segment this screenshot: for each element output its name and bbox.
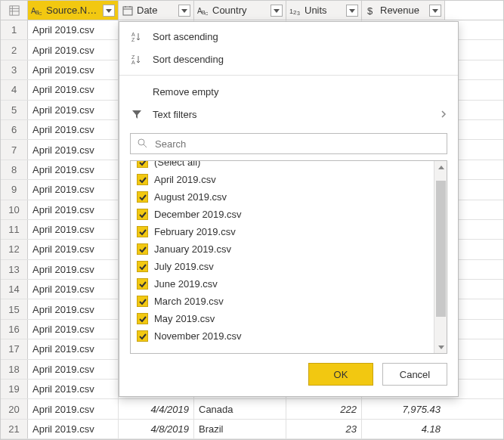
filter-value-item[interactable]: April 2019.csv (131, 171, 433, 188)
column-filter-dropdown[interactable] (429, 5, 441, 17)
cell-source[interactable]: April 2019.csv (28, 240, 119, 259)
cell-country[interactable]: Brazil (194, 420, 286, 438)
column-header-country[interactable]: ABC Country (194, 1, 286, 20)
cell-source[interactable]: April 2019.csv (28, 260, 119, 279)
filter-values-list: (Select all)April 2019.csvAugust 2019.cs… (130, 160, 447, 354)
filter-value-item[interactable]: January 2019.csv (131, 240, 433, 258)
cell-source[interactable]: April 2019.csv (28, 220, 119, 239)
checkbox-checked-icon[interactable] (137, 296, 148, 307)
cell-source[interactable]: April 2019.csv (28, 80, 119, 99)
filter-value-item[interactable]: July 2019.csv (131, 258, 433, 275)
filter-value-item[interactable]: August 2019.csv (131, 188, 433, 206)
svg-text:A: A (131, 60, 135, 64)
cell-source[interactable]: April 2019.csv (28, 399, 119, 418)
table-row[interactable]: 21April 2019.csv4/8/2019Brazil234.18 (1, 420, 503, 439)
integer-type-icon: 123 (289, 5, 301, 17)
scroll-down-icon[interactable] (434, 340, 447, 353)
svg-text:C: C (205, 11, 209, 16)
cell-date[interactable]: 4/8/2019 (119, 420, 194, 438)
row-number: 13 (1, 260, 28, 279)
filter-value-item[interactable]: February 2019.csv (131, 223, 433, 240)
cell-source[interactable]: April 2019.csv (28, 380, 119, 398)
column-filter-dropdown[interactable] (103, 5, 115, 17)
column-header-units[interactable]: 123 Units (286, 1, 362, 20)
cell-source[interactable]: April 2019.csv (28, 140, 119, 159)
filter-value-label: August 2019.csv (154, 191, 227, 203)
checkbox-checked-icon[interactable] (137, 226, 148, 237)
row-number: 4 (1, 80, 28, 99)
filter-value-item[interactable]: March 2019.csv (131, 293, 433, 310)
cell-source[interactable]: April 2019.csv (28, 420, 119, 438)
cell-source[interactable]: April 2019.csv (28, 299, 119, 318)
filter-value-label: January 2019.csv (154, 243, 231, 255)
column-label: Revenue (380, 5, 426, 16)
cell-source[interactable]: April 2019.csv (28, 339, 119, 358)
column-header-date[interactable]: Date (119, 1, 194, 20)
sort-ascending-item[interactable]: AZ Sort ascending (119, 25, 458, 48)
scrollbar[interactable] (434, 161, 447, 353)
checkbox-checked-icon[interactable] (137, 330, 148, 342)
cell-source[interactable]: April 2019.csv (28, 280, 119, 299)
column-header-revenue[interactable]: $ Revenue (362, 1, 445, 20)
cell-source[interactable]: April 2019.csv (28, 360, 119, 379)
row-number: 10 (1, 200, 28, 219)
checkbox-checked-icon[interactable] (137, 209, 148, 220)
filter-icon (130, 109, 144, 119)
column-filter-dropdown[interactable] (271, 5, 283, 17)
sort-ascending-icon: AZ (130, 31, 144, 42)
cancel-button[interactable]: Cancel (382, 363, 447, 386)
filter-value-item[interactable]: December 2019.csv (131, 206, 433, 223)
cell-units[interactable]: 222 (286, 399, 362, 418)
filter-value-item[interactable]: June 2019.csv (131, 275, 433, 293)
cell-source[interactable]: April 2019.csv (28, 120, 119, 139)
table-corner-icon[interactable] (1, 1, 28, 20)
sort-descending-item[interactable]: ZA Sort descending (119, 48, 458, 70)
checkbox-checked-icon[interactable] (137, 243, 148, 255)
scroll-up-icon[interactable] (434, 161, 447, 174)
cell-units[interactable]: 23 (286, 420, 362, 438)
scroll-thumb[interactable] (436, 181, 446, 317)
filter-value-item[interactable]: May 2019.csv (131, 310, 433, 327)
checkbox-checked-icon[interactable] (137, 261, 148, 272)
checkbox-checked-icon[interactable] (137, 313, 148, 324)
filter-search-box[interactable] (130, 133, 447, 154)
cell-source[interactable]: April 2019.csv (28, 20, 119, 39)
row-number: 11 (1, 220, 28, 239)
filter-search-input[interactable] (153, 138, 441, 150)
cell-source[interactable]: April 2019.csv (28, 40, 119, 59)
column-header-source-name[interactable]: ABC Source.Name (28, 1, 119, 20)
column-filter-dropdown[interactable] (346, 5, 358, 17)
row-number: 2 (1, 40, 28, 59)
svg-text:Z: Z (131, 37, 135, 42)
row-number: 6 (1, 120, 28, 139)
cell-source[interactable]: April 2019.csv (28, 60, 119, 79)
row-number: 9 (1, 180, 28, 199)
column-header-row: ABC Source.Name Date ABC Country 123 Uni… (1, 1, 503, 20)
cell-country[interactable]: Canada (194, 399, 286, 418)
checkbox-checked-icon[interactable] (137, 191, 148, 203)
cell-source[interactable]: April 2019.csv (28, 180, 119, 199)
column-filter-dropdown[interactable] (178, 5, 190, 17)
cell-source[interactable]: April 2019.csv (28, 200, 119, 219)
cell-date[interactable]: 4/4/2019 (119, 399, 194, 418)
text-filters-item[interactable]: Text filters (119, 103, 458, 125)
checkbox-checked-icon[interactable] (137, 174, 148, 185)
checkbox-checked-icon[interactable] (137, 278, 148, 290)
cell-source[interactable]: April 2019.csv (28, 101, 119, 119)
table-row[interactable]: 20April 2019.csv4/4/2019Canada2227,975.4… (1, 399, 503, 419)
row-number: 12 (1, 240, 28, 259)
filter-value-item[interactable]: November 2019.csv (131, 327, 433, 345)
ok-button[interactable]: OK (308, 363, 373, 386)
text-type-icon: ABC (197, 5, 209, 17)
chevron-right-icon (440, 109, 447, 120)
cell-source[interactable]: April 2019.csv (28, 160, 119, 179)
cell-source[interactable]: April 2019.csv (28, 320, 119, 339)
row-number: 20 (1, 399, 28, 418)
filter-value-item[interactable]: (Select all) (131, 161, 433, 171)
svg-text:A: A (131, 32, 135, 37)
remove-empty-item[interactable]: Remove empty (119, 80, 458, 103)
checkbox-checked-icon[interactable] (137, 161, 148, 168)
cell-revenue[interactable]: 4.18 (362, 420, 445, 438)
cell-revenue[interactable]: 7,975.43 (362, 399, 445, 418)
filter-value-label: July 2019.csv (154, 261, 214, 272)
